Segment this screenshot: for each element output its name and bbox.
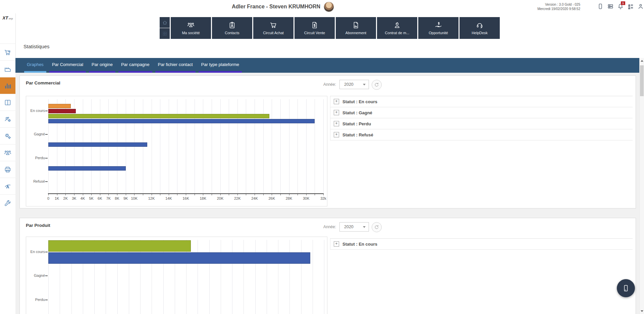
x-tick-label: 18K [196,196,210,200]
refresh-button[interactable] [372,222,382,232]
scrollbar-thumb[interactable] [640,65,644,96]
x-axis-tick [289,194,289,195]
x-tick-label: 30K [300,196,313,200]
sidebar-item-cart-plus[interactable] [0,44,15,61]
nav-item-contacts[interactable]: Contacts [212,17,252,39]
x-tick-label: 14K [162,196,175,200]
nav-mini-column [160,17,170,39]
nav-item-ma-soci-t[interactable]: Ma société [171,17,211,39]
legend-row[interactable]: +Statut : En cours [330,96,633,107]
year-select[interactable]: 2020 [339,222,369,232]
sidebar-item-users[interactable] [0,144,15,161]
refresh-button[interactable] [372,80,382,90]
year-select[interactable]: 2020 [339,80,369,89]
tab-par-fichier-contact[interactable]: Par fichier contact [155,58,196,73]
tab-par-origine[interactable]: Par origine [89,58,115,73]
expand-plus-icon[interactable]: + [334,121,339,126]
category-tick [45,181,48,182]
sidebar-item-wrench[interactable] [0,194,15,211]
users-icon [4,149,12,157]
bar [48,104,71,108]
cart-plus-icon [4,48,12,56]
bar [48,166,126,171]
par-produit-chart: En coursGagnéPerdu [26,237,327,314]
legend-row[interactable]: +Statut : Gagné [330,107,633,118]
expand-plus-icon[interactable]: + [334,110,339,115]
server-icon[interactable] [607,3,614,10]
top-header: Adler France - Steven KRUMHORN Version :… [15,0,644,13]
sidebar-item-a-logo[interactable] [0,178,15,195]
bell-icon[interactable]: 1 [617,3,624,10]
mobile-app-floating-button[interactable] [617,279,635,297]
sidebar-item-printer[interactable] [0,161,15,178]
sidebar-item-bar-chart[interactable] [0,77,15,94]
legend-row[interactable]: +Statut : Refusé [330,129,633,140]
scroll-down-arrow[interactable] [641,310,643,312]
x-axis-tick [195,194,195,195]
expand-plus-icon[interactable]: + [334,132,339,137]
tab-graphes[interactable]: Graphes [24,58,46,73]
grid-icon[interactable] [160,28,170,39]
nav-item-circuit-achat[interactable]: Circuit Achat [253,17,293,39]
category-tick [45,252,48,252]
x-axis-tick [280,194,281,195]
tab-par-type-plateforme[interactable]: Par type plateforme [199,58,242,73]
category-label: Refusé [26,179,45,183]
x-axis-tick [177,194,177,195]
sidebar-item-users-gear[interactable] [0,111,15,128]
x-tick-label: 24K [248,196,261,200]
caret-down-icon [363,226,366,228]
nav-item-circuit-vente[interactable]: Circuit Vente [294,17,335,39]
version-info: Version : 3.0 Gold - 025 Mercredi 19/02/… [537,2,580,11]
category-tick [45,111,48,111]
nav-item-helpdesk[interactable]: HelpDesk [460,17,500,39]
contact-list-icon[interactable] [627,3,634,10]
category-label: Perdu [26,298,45,302]
expand-plus-icon[interactable]: + [334,99,339,104]
par-commercial-chart: En coursGagnéPerduRefusé01K2K3K4K5K6K7K8… [26,96,327,206]
tab-par-campagne[interactable]: Par campagne [118,58,152,73]
legend-row[interactable]: +Statut : Perdu [330,118,633,129]
bar [48,252,310,264]
xt-erp-logo: XT-erp [0,15,15,20]
hand-dollar-icon [434,21,442,29]
caret-down-icon [363,84,366,85]
category-label: En cours [26,109,45,113]
nav-item-label: Ma société [182,31,200,35]
gridline [212,99,212,193]
user-avatar[interactable] [324,2,334,12]
nav-item-opportunit[interactable]: Opportunité [418,17,459,39]
gridline [244,240,244,314]
expand-plus-icon[interactable]: + [334,241,339,247]
x-axis-tick [152,194,152,195]
gridline [267,240,267,314]
sidebar-item-factory[interactable] [0,60,15,77]
x-axis-tick [83,194,83,195]
columns-icon [4,99,12,107]
scroll-up-arrow[interactable] [641,60,643,62]
nav-item-contrat-de-m[interactable]: Contrat de m... [377,17,417,39]
bar [48,142,147,147]
gridline [301,240,302,314]
company-user-title: Adler France - Steven KRUMHORN [232,4,320,10]
sidebar-item-gears[interactable] [0,127,15,144]
gridline [220,99,221,193]
legend-row[interactable]: +Statut : En cours [330,239,633,250]
sidebar-item-columns[interactable] [0,94,15,111]
users-gear-icon [4,115,12,123]
user-icon[interactable] [637,3,644,10]
nav-item-label: HelpDesk [472,31,488,35]
smartphone-icon[interactable] [597,3,604,10]
gridline [272,99,272,193]
panel-title: Par Produit [26,223,50,228]
home-icon[interactable] [160,17,170,28]
scrollbar[interactable] [639,58,644,314]
category-label: Gagné [26,132,45,136]
nav-item-label: Contrat de m... [385,31,410,35]
nav-item-abonnement[interactable]: Abonnement [336,17,376,39]
gridline [209,240,210,314]
tab-par-commercial[interactable]: Par Commercial [49,58,86,73]
cart-icon [269,21,277,29]
x-tick-label: 20K [214,196,227,200]
x-axis-tick [203,194,203,195]
